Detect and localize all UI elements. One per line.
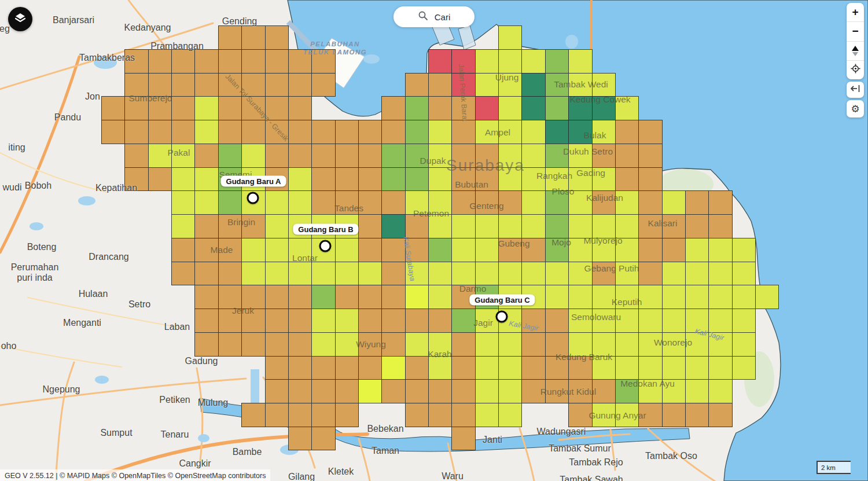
compass-button[interactable] (847, 41, 864, 60)
search-icon (418, 10, 428, 23)
attribution-text: GEO V 2.55.12 | © MAPID Maps © OpenMapTi… (5, 472, 266, 480)
marker-label[interactable]: Gudang Baru C (469, 295, 535, 306)
collapse-panel-button[interactable] (847, 82, 864, 98)
markers-layer: Gudang Baru AGudang Baru BGudang Baru C (0, 0, 868, 481)
zoom-in-button[interactable]: + (847, 3, 864, 21)
zoom-out-button[interactable]: − (847, 21, 864, 41)
compass-icon (852, 46, 859, 51)
layers-icon (14, 12, 27, 27)
marker-label[interactable]: Gudang Baru B (293, 224, 358, 235)
marker-dot[interactable] (247, 192, 259, 204)
search-placeholder-text: Cari (435, 12, 451, 22)
gear-icon: ⚙ (851, 103, 859, 115)
collapse-arrow-icon (850, 85, 860, 95)
map-application: BanjarsariKedanyangGendingPrambanganTamb… (0, 0, 868, 481)
settings-button[interactable]: ⚙ (847, 100, 864, 118)
marker-dot[interactable] (319, 240, 332, 252)
search-input[interactable]: Cari (393, 6, 475, 27)
marker-dot[interactable] (496, 311, 508, 323)
attribution-bar: GEO V 2.55.12 | © MAPID Maps © OpenMapTi… (0, 469, 270, 481)
locate-icon (851, 64, 860, 76)
marker-label[interactable]: Gudang Baru A (221, 176, 286, 187)
locate-button[interactable] (847, 60, 864, 79)
scale-bar: 2 km (816, 461, 851, 474)
layers-button[interactable] (8, 7, 32, 31)
map-nav-panel: + − (847, 3, 864, 79)
scale-label: 2 km (821, 464, 836, 471)
